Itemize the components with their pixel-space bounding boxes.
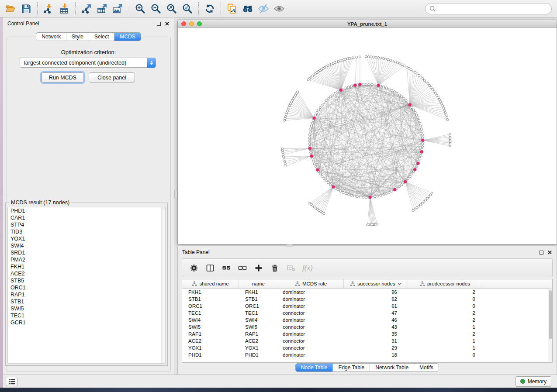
table-cell[interactable]: dominator [278, 289, 344, 296]
column-header-successor-nodes[interactable]: successor nodes [344, 279, 408, 288]
import-table-icon[interactable] [56, 2, 72, 16]
table-cell[interactable]: ACE2 [239, 337, 278, 344]
zoom-selected-icon[interactable] [180, 2, 195, 16]
table-cell[interactable]: 18 [344, 351, 408, 358]
search-input[interactable] [436, 5, 551, 12]
optimization-criterion-select[interactable]: largest connected component (undirected) [20, 58, 156, 68]
table-row[interactable]: FKH1FKH1dominator962 [182, 289, 552, 296]
tab-network-table[interactable]: Network Table [370, 364, 414, 371]
table-row[interactable]: SWI4SWI4dominator462 [182, 316, 552, 323]
table-row[interactable]: PHD1PHD1dominator180 [182, 351, 552, 358]
column-header-mcds-role[interactable]: MCDS role [278, 279, 344, 288]
table-cell[interactable]: connector [278, 344, 344, 351]
float-table-panel-button[interactable] [540, 251, 543, 254]
mcds-result-item[interactable]: CAR1 [8, 214, 165, 221]
table-row[interactable]: ACE2ACE2connector311 [182, 337, 552, 344]
table-cell[interactable]: 1 [408, 344, 482, 351]
network-graph[interactable] [178, 28, 557, 244]
splitter-handle-horizontal[interactable] [286, 244, 293, 247]
table-row[interactable]: YOX1YOX1connector291 [182, 344, 552, 351]
table-cell[interactable]: ORC1 [182, 303, 239, 309]
table-cell[interactable]: SWI5 [182, 323, 239, 330]
open-session-icon[interactable] [3, 2, 18, 16]
save-session-icon[interactable] [18, 2, 34, 16]
table-row[interactable]: TEC1TEC1connector472 [182, 309, 552, 316]
mcds-result-item[interactable]: ORC1 [8, 284, 165, 291]
table-cell[interactable]: FKH1 [182, 289, 239, 296]
table-cell[interactable]: PHD1 [182, 351, 239, 358]
table-cell[interactable]: TEC1 [182, 309, 239, 316]
export-table-icon[interactable] [94, 2, 110, 16]
table-cell[interactable]: TEC1 [239, 309, 278, 316]
close-panel-button[interactable]: ✕ [165, 21, 170, 27]
table-cell[interactable]: SWI5 [239, 323, 278, 330]
zoom-in-icon[interactable] [132, 2, 148, 16]
table-cell[interactable]: 2 [408, 330, 482, 337]
close-table-panel-button[interactable]: ✕ [547, 250, 552, 255]
zoom-out-icon[interactable] [148, 2, 164, 16]
mcds-result-item[interactable]: SWI5 [8, 305, 165, 312]
table-cell[interactable]: 35 [344, 330, 408, 337]
show-all-icon[interactable] [271, 2, 287, 16]
first-neighbors-icon[interactable] [240, 2, 256, 16]
select-all-rows-icon[interactable] [221, 263, 231, 273]
table-scrollbar-thumb[interactable] [549, 290, 552, 339]
table-cell[interactable]: 2 [408, 309, 482, 316]
table-cell[interactable]: 47 [344, 309, 408, 316]
toggle-column-view-icon[interactable] [205, 263, 215, 273]
table-cell[interactable]: ORC1 [239, 303, 278, 309]
tab-mcds[interactable]: MCDS [114, 33, 140, 41]
table-row[interactable]: RAP1RAP1dominator352 [182, 330, 552, 337]
table-cell[interactable]: 0 [408, 351, 482, 358]
table-cell[interactable]: 29 [344, 344, 408, 351]
zoom-fit-icon[interactable] [164, 2, 180, 16]
column-header-shared-name[interactable]: shared name [182, 279, 239, 288]
mcds-result-item[interactable]: FKH1 [8, 263, 165, 270]
tab-node-table[interactable]: Node Table [296, 364, 333, 371]
table-cell[interactable]: 2 [408, 316, 482, 323]
mcds-result-item[interactable]: SRD1 [8, 249, 165, 256]
table-cell[interactable]: 0 [408, 296, 482, 303]
mcds-result-item[interactable]: SWI4 [8, 242, 165, 249]
table-row[interactable]: SWI5SWI5connector431 [182, 323, 552, 330]
table-cell[interactable]: 43 [344, 323, 408, 330]
table-cell[interactable]: dominator [278, 316, 344, 323]
mcds-result-item[interactable]: TEC1 [8, 312, 165, 319]
import-network-icon[interactable] [41, 2, 56, 16]
table-cell[interactable]: dominator [278, 296, 344, 303]
table-cell[interactable]: STB1 [182, 296, 239, 303]
mcds-result-item[interactable]: STP4 [8, 221, 165, 228]
tab-network[interactable]: Network [36, 33, 66, 41]
table-cell[interactable]: dominator [278, 330, 344, 337]
table-cell[interactable]: RAP1 [182, 330, 239, 337]
hide-selected-icon[interactable] [256, 2, 271, 16]
table-cell[interactable]: 96 [344, 289, 408, 296]
table-row[interactable]: STB1STB1dominator620 [182, 296, 552, 303]
table-cell[interactable]: RAP1 [239, 330, 278, 337]
run-mcds-button[interactable]: Run MCDS [42, 72, 84, 83]
export-network-icon[interactable] [79, 2, 94, 16]
window-minimize-icon[interactable] [189, 21, 194, 26]
tab-motifs[interactable]: Motifs [414, 364, 439, 371]
table-cell[interactable]: connector [278, 337, 344, 344]
column-header-name[interactable]: name [239, 279, 278, 288]
table-cell[interactable]: 0 [408, 303, 482, 309]
table-scrollbar-track[interactable] [548, 289, 552, 361]
mcds-result-item[interactable]: RAP1 [8, 291, 165, 298]
table-options-gear-icon[interactable] [189, 263, 199, 273]
table-cell[interactable]: 62 [344, 296, 408, 303]
table-mode-button[interactable] [6, 377, 17, 386]
table-cell[interactable]: ACE2 [182, 337, 239, 344]
splitter-handle-vertical[interactable] [174, 189, 177, 199]
table-cell[interactable]: connector [278, 309, 344, 316]
delete-table-icon[interactable] [286, 263, 296, 273]
column-header-predecessor-nodes[interactable]: predecessor nodes [408, 279, 482, 288]
table-cell[interactable]: 1 [408, 337, 482, 344]
table-cell[interactable]: STB1 [239, 296, 278, 303]
table-cell[interactable]: dominator [278, 351, 344, 358]
deselect-all-rows-icon[interactable] [238, 263, 247, 273]
mcds-result-item[interactable]: PHD1 [8, 207, 165, 214]
table-cell[interactable]: 1 [408, 323, 482, 330]
table-cell[interactable]: 31 [344, 337, 408, 344]
mcds-result-item[interactable]: STB1 [8, 298, 165, 305]
